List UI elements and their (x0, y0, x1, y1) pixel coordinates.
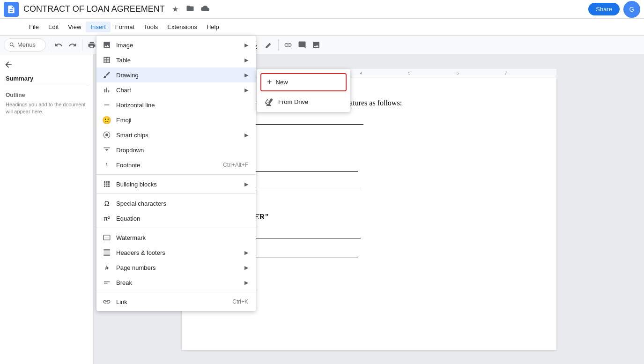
page-numbers-arrow: ▶ (244, 265, 248, 271)
menu-item-headers-footers[interactable]: Headers & footers ▶ (96, 245, 256, 260)
special-characters-icon: Ω (102, 199, 111, 208)
image-toolbar-button[interactable] (310, 38, 323, 52)
doc-signed-line2: igned: (215, 230, 523, 242)
menu-item-equation[interactable]: π² Equation (96, 211, 256, 226)
horizontal-line-label: Horizontal line (116, 102, 248, 109)
table-label: Table (116, 57, 240, 64)
svg-rect-3 (104, 249, 110, 250)
svg-rect-5 (104, 251, 110, 254)
footnote-label: Footnote (116, 162, 218, 169)
link-label: Link (116, 298, 228, 305)
menu-item-building-blocks[interactable]: Building blocks ▶ (96, 177, 256, 192)
building-blocks-label: Building blocks (116, 181, 240, 188)
doc-signed-line1: Signed: (215, 116, 523, 128)
drawing-submenu: + New From Drive (257, 69, 350, 112)
dropdown-icon (102, 145, 111, 155)
horizontal-line-icon (102, 100, 111, 110)
google-docs-icon (4, 2, 19, 17)
redo-button[interactable] (66, 38, 79, 52)
image-label: Image (116, 42, 240, 49)
break-icon (102, 278, 111, 287)
doc-date-line1: Date: (215, 181, 523, 193)
menus-search[interactable]: Menus (4, 38, 46, 52)
equation-icon: π² (102, 214, 111, 223)
building-blocks-arrow: ▶ (244, 181, 248, 187)
menu-file[interactable]: File (24, 22, 44, 32)
equation-label: Equation (116, 215, 248, 222)
insert-menu: Image ▶ Table ▶ Drawing ▶ Chart ▶ Horizo… (96, 36, 256, 311)
image-icon (102, 40, 111, 50)
drawing-submenu-from-drive[interactable]: From Drive (257, 93, 350, 110)
user-avatar[interactable]: G (623, 1, 640, 18)
sidebar-outline-label: Outline (4, 90, 89, 100)
menu-insert[interactable]: Insert (86, 22, 111, 32)
menu-help[interactable]: Help (202, 22, 224, 32)
footnote-shortcut: Ctrl+Alt+F (223, 162, 248, 168)
menu-item-horizontal-line[interactable]: Horizontal line (96, 97, 256, 112)
comment-button[interactable] (296, 38, 309, 52)
undo-button[interactable] (52, 38, 65, 52)
headers-footers-icon (102, 248, 111, 257)
table-icon (102, 55, 111, 65)
link-button[interactable] (281, 38, 295, 52)
sidebar-outline-desc: Headings you add to the document will ap… (4, 100, 89, 117)
cloud-button[interactable] (199, 3, 212, 16)
link-shortcut: Ctrl+K (232, 298, 248, 305)
menu-item-page-numbers[interactable]: # Page numbers ▶ (96, 260, 256, 275)
emoji-label: Emoji (116, 117, 248, 124)
menu-item-footnote[interactable]: ¹ Footnote Ctrl+Alt+F (96, 157, 256, 172)
menu-item-table[interactable]: Table ▶ (96, 52, 256, 67)
from-drive-label: From Drive (278, 98, 308, 105)
menu-item-smart-chips[interactable]: Smart chips ▶ (96, 127, 256, 142)
menu-edit[interactable]: Edit (44, 22, 63, 32)
smart-chips-label: Smart chips (116, 132, 240, 139)
folder-button[interactable] (184, 3, 197, 16)
star-button[interactable]: ★ (169, 3, 182, 16)
footnote-icon: ¹ (102, 160, 111, 170)
headers-footers-arrow: ▶ (244, 250, 248, 256)
break-arrow: ▶ (244, 280, 248, 286)
special-characters-label: Special characters (116, 200, 248, 207)
doc-by-line1: ly: (215, 163, 523, 176)
smart-chips-icon (102, 130, 111, 140)
chart-icon (102, 85, 111, 95)
menu-view[interactable]: View (63, 22, 86, 32)
chart-label: Chart (116, 87, 240, 94)
drawing-arrow: ▶ (244, 72, 248, 78)
menu-item-break[interactable]: Break ▶ (96, 275, 256, 290)
doc-by-line2: ly: (215, 250, 523, 262)
new-label: New (276, 79, 288, 86)
menu-extensions[interactable]: Extensions (163, 22, 202, 32)
break-label: Break (116, 279, 240, 286)
menu-item-image[interactable]: Image ▶ (96, 37, 256, 52)
svg-rect-4 (104, 255, 110, 256)
drawing-submenu-new[interactable]: + New (257, 71, 350, 93)
emoji-icon: 🙂 (102, 115, 111, 125)
highlight-button[interactable] (262, 38, 275, 52)
menu-item-drawing[interactable]: Drawing ▶ (96, 67, 256, 82)
document-title: CONTRACT OF LOAN AGREEMENT (23, 4, 165, 14)
doc-borrower-label: "BORROWER" (215, 211, 523, 223)
sidebar-summary-label: Summary (4, 75, 89, 82)
svg-point-1 (105, 134, 108, 136)
menu-item-emoji[interactable]: 🙂 Emoji (96, 112, 256, 127)
svg-rect-2 (104, 148, 110, 149)
drawing-icon (102, 70, 111, 80)
menu-item-link[interactable]: Link Ctrl+K (96, 294, 256, 309)
share-button[interactable]: Share (588, 3, 620, 15)
watermark-icon (102, 233, 111, 242)
menu-item-watermark[interactable]: Watermark (96, 230, 256, 245)
menu-item-dropdown[interactable]: Dropdown (96, 142, 256, 157)
drive-icon (264, 97, 274, 106)
menu-format[interactable]: Format (111, 22, 139, 32)
menu-item-chart[interactable]: Chart ▶ (96, 82, 256, 97)
watermark-label: Watermark (116, 234, 248, 241)
menu-tools[interactable]: Tools (139, 22, 163, 32)
building-blocks-icon (102, 179, 111, 189)
menu-item-special-characters[interactable]: Ω Special characters (96, 196, 256, 211)
smart-chips-arrow: ▶ (244, 132, 248, 138)
drawing-label: Drawing (116, 72, 240, 79)
page-numbers-icon: # (102, 263, 111, 272)
sidebar-back[interactable] (4, 60, 89, 69)
image-arrow: ▶ (244, 42, 248, 48)
